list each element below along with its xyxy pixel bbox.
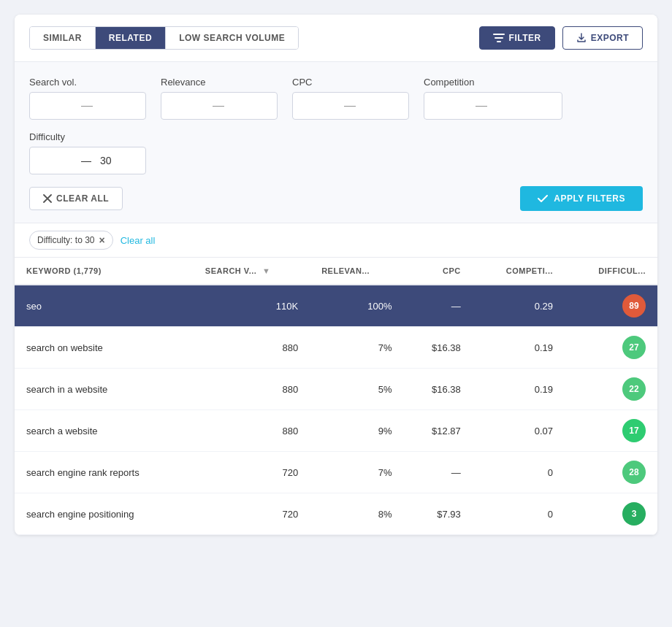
search-vol-input[interactable]: —	[29, 92, 146, 120]
cell-difficulty: 27	[565, 327, 657, 369]
relevance-input[interactable]: —	[161, 92, 278, 120]
cell-keyword: search engine rank reports	[15, 452, 194, 493]
relevance-dash: —	[213, 99, 224, 112]
difficulty-badge: 17	[622, 419, 646, 442]
tab-group: SIMILAR RELATED LOW SEARCH VOLUME	[29, 26, 299, 50]
cell-search-vol: 720	[194, 493, 310, 535]
export-button[interactable]: EXPORT	[562, 26, 643, 50]
filter-actions: CLEAR ALL APPLY FILTERS	[29, 186, 643, 211]
difficulty-label: Difficulty	[29, 131, 146, 142]
results-table: KEYWORD (1,779) SEARCH V... ▼ RELEVAN...…	[15, 258, 657, 535]
filter-row-top: Search vol. — Relevance — CPC	[29, 77, 643, 120]
apply-filters-button[interactable]: APPLY FILTERS	[520, 186, 643, 211]
clear-all-label: CLEAR ALL	[56, 193, 109, 204]
cell-keyword: search on website	[15, 327, 194, 369]
competition-dash: —	[476, 99, 487, 112]
cell-search-vol: 880	[194, 369, 310, 410]
cell-competition: 0.29	[473, 285, 565, 327]
cell-relevance: 9%	[310, 410, 403, 452]
cell-cpc: $16.38	[404, 327, 473, 369]
cell-difficulty: 89	[565, 285, 657, 327]
svg-rect-2	[497, 41, 501, 42]
tab-similar[interactable]: SIMILAR	[30, 27, 96, 49]
relevance-label: Relevance	[161, 77, 278, 88]
table-body: seo110K100%—0.2989search on website8807%…	[15, 285, 657, 535]
sort-icon: ▼	[262, 266, 270, 275]
action-group: FILTER EXPORT	[479, 26, 643, 50]
cpc-label: CPC	[292, 77, 409, 88]
cell-relevance: 100%	[310, 285, 403, 327]
table-row: search in a website8805%$16.380.1922	[15, 369, 657, 410]
difficulty-input[interactable]: — 30	[29, 147, 146, 174]
difficulty-badge: 28	[622, 461, 646, 484]
search-vol-max[interactable]	[99, 101, 135, 112]
cell-cpc: —	[404, 452, 473, 493]
clear-all-link[interactable]: Clear all	[121, 235, 156, 246]
cell-cpc: $7.93	[404, 493, 473, 535]
search-vol-label: Search vol.	[29, 77, 146, 88]
cpc-max[interactable]	[362, 101, 398, 112]
col-relevance[interactable]: RELEVAN...	[310, 258, 403, 285]
filter-button[interactable]: FILTER	[479, 26, 555, 50]
cell-cpc: —	[404, 285, 473, 327]
difficulty-row: Difficulty — 30	[29, 131, 643, 174]
col-difficulty[interactable]: DIFFICUL...	[565, 258, 657, 285]
competition-max[interactable]	[493, 101, 530, 112]
cell-search-vol: 880	[194, 327, 310, 369]
cell-difficulty: 17	[565, 410, 657, 452]
search-vol-filter: Search vol. —	[29, 77, 146, 120]
cell-keyword: search engine positioning	[15, 493, 194, 535]
tab-low-search-volume[interactable]: LOW SEARCH VOLUME	[166, 27, 298, 49]
col-keyword[interactable]: KEYWORD (1,779)	[15, 258, 194, 285]
filter-icon	[493, 34, 505, 42]
difficulty-filter: Difficulty — 30	[29, 131, 146, 174]
check-icon	[538, 195, 548, 203]
cell-relevance: 7%	[310, 327, 403, 369]
apply-label: APPLY FILTERS	[554, 193, 625, 204]
cell-cpc: $16.38	[404, 369, 473, 410]
cell-search-vol: 720	[194, 452, 310, 493]
difficulty-tag: Difficulty: to 30 ×	[29, 231, 113, 250]
cpc-dash: —	[344, 99, 356, 112]
cell-competition: 0	[473, 452, 565, 493]
top-bar: SIMILAR RELATED LOW SEARCH VOLUME FILTER…	[15, 15, 657, 62]
competition-input[interactable]: —	[424, 92, 562, 120]
competition-min[interactable]	[433, 101, 470, 112]
table-row: seo110K100%—0.2989	[15, 285, 657, 327]
col-search-vol[interactable]: SEARCH V... ▼	[194, 258, 310, 285]
table-row: search on website8807%$16.380.1927	[15, 327, 657, 369]
cpc-filter: CPC —	[292, 77, 409, 120]
active-filters-bar: Difficulty: to 30 × Clear all	[15, 223, 657, 258]
cell-search-vol: 880	[194, 410, 310, 452]
difficulty-tag-label: Difficulty: to 30	[37, 235, 94, 245]
cell-keyword: search a website	[15, 410, 194, 452]
tab-related[interactable]: RELATED	[96, 27, 166, 49]
cell-difficulty: 22	[565, 369, 657, 410]
relevance-max[interactable]	[230, 101, 267, 112]
competition-filter: Competition —	[424, 77, 562, 120]
cell-competition: 0.19	[473, 327, 565, 369]
cpc-min[interactable]	[302, 101, 338, 112]
clear-all-button[interactable]: CLEAR ALL	[29, 187, 123, 210]
cell-competition: 0.07	[473, 410, 565, 452]
col-cpc[interactable]: CPC	[404, 258, 473, 285]
cell-relevance: 8%	[310, 493, 403, 535]
col-competition[interactable]: COMPETI...	[473, 258, 565, 285]
cell-difficulty: 3	[565, 493, 657, 535]
difficulty-value: 30	[100, 155, 112, 166]
relevance-min[interactable]	[170, 101, 207, 112]
table-row: search engine rank reports7207%—028	[15, 452, 657, 493]
difficulty-badge: 89	[622, 294, 646, 318]
svg-rect-1	[495, 37, 503, 39]
search-vol-min[interactable]	[39, 101, 75, 112]
cell-keyword: search in a website	[15, 369, 194, 410]
difficulty-tag-remove[interactable]: ×	[99, 234, 104, 246]
difficulty-min[interactable]	[39, 155, 75, 166]
cpc-input[interactable]: —	[292, 92, 409, 120]
table-row: search engine positioning7208%$7.9303	[15, 493, 657, 535]
cell-keyword: seo	[15, 285, 194, 327]
relevance-filter: Relevance —	[161, 77, 278, 120]
cell-search-vol: 110K	[194, 285, 310, 327]
export-icon	[576, 33, 587, 43]
cell-difficulty: 28	[565, 452, 657, 493]
